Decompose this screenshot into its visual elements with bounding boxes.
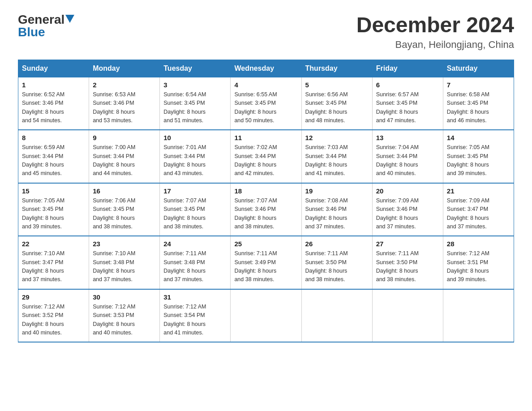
calendar-title: December 2024 <box>356 13 514 37</box>
calendar-day-cell: 4 Sunrise: 6:55 AM Sunset: 3:45 PM Dayli… <box>231 77 301 130</box>
day-info: Sunrise: 7:06 AM Sunset: 3:45 PM Dayligh… <box>93 197 156 231</box>
day-info: Sunrise: 6:59 AM Sunset: 3:44 PM Dayligh… <box>22 143 85 178</box>
calendar-day-cell: 18 Sunrise: 7:07 AM Sunset: 3:46 PM Dayl… <box>231 183 301 236</box>
calendar-day-cell: 24 Sunrise: 7:11 AM Sunset: 3:48 PM Dayl… <box>160 236 231 289</box>
day-info: Sunrise: 7:10 AM Sunset: 3:47 PM Dayligh… <box>22 249 85 284</box>
day-number: 27 <box>376 240 439 248</box>
day-info: Sunrise: 6:52 AM Sunset: 3:46 PM Dayligh… <box>22 90 85 125</box>
day-info: Sunrise: 7:11 AM Sunset: 3:50 PM Dayligh… <box>305 249 369 284</box>
day-info: Sunrise: 7:08 AM Sunset: 3:46 PM Dayligh… <box>305 197 369 231</box>
day-number: 10 <box>163 134 227 141</box>
calendar-day-cell: 1 Sunrise: 6:52 AM Sunset: 3:46 PM Dayli… <box>18 77 89 130</box>
calendar-day-cell: 11 Sunrise: 7:02 AM Sunset: 3:44 PM Dayl… <box>231 130 301 183</box>
day-info: Sunrise: 6:58 AM Sunset: 3:45 PM Dayligh… <box>447 90 510 125</box>
day-number: 24 <box>163 240 227 248</box>
day-number: 12 <box>305 134 369 141</box>
day-of-week-header: Tuesday <box>160 60 231 77</box>
calendar-day-cell: 10 Sunrise: 7:01 AM Sunset: 3:44 PM Dayl… <box>160 130 231 183</box>
calendar-week-row: 22 Sunrise: 7:10 AM Sunset: 3:47 PM Dayl… <box>18 236 514 289</box>
day-info: Sunrise: 7:03 AM Sunset: 3:44 PM Dayligh… <box>305 143 369 178</box>
logo-general-text: General <box>18 13 64 26</box>
logo-triangle-icon <box>65 15 74 23</box>
calendar-week-row: 8 Sunrise: 6:59 AM Sunset: 3:44 PM Dayli… <box>18 130 514 183</box>
calendar-day-cell: 12 Sunrise: 7:03 AM Sunset: 3:44 PM Dayl… <box>301 130 372 183</box>
day-of-week-header: Wednesday <box>231 60 301 77</box>
day-number: 20 <box>376 187 439 195</box>
calendar-week-row: 1 Sunrise: 6:52 AM Sunset: 3:46 PM Dayli… <box>18 77 514 130</box>
day-info: Sunrise: 7:11 AM Sunset: 3:50 PM Dayligh… <box>376 249 439 284</box>
day-number: 29 <box>22 293 85 301</box>
calendar-day-cell <box>301 289 372 342</box>
calendar-week-row: 29 Sunrise: 7:12 AM Sunset: 3:52 PM Dayl… <box>18 289 514 342</box>
day-number: 1 <box>22 81 85 89</box>
day-number: 5 <box>305 81 369 89</box>
day-number: 4 <box>234 81 297 89</box>
day-number: 3 <box>163 81 227 89</box>
calendar-day-cell: 16 Sunrise: 7:06 AM Sunset: 3:45 PM Dayl… <box>89 183 160 236</box>
calendar-day-cell: 27 Sunrise: 7:11 AM Sunset: 3:50 PM Dayl… <box>372 236 443 289</box>
calendar-day-cell: 22 Sunrise: 7:10 AM Sunset: 3:47 PM Dayl… <box>18 236 89 289</box>
calendar-day-cell <box>372 289 443 342</box>
day-info: Sunrise: 6:57 AM Sunset: 3:45 PM Dayligh… <box>376 90 439 125</box>
day-number: 19 <box>305 187 369 195</box>
day-number: 9 <box>93 134 156 141</box>
day-number: 31 <box>163 293 227 301</box>
calendar-day-cell: 29 Sunrise: 7:12 AM Sunset: 3:52 PM Dayl… <box>18 289 89 342</box>
day-number: 13 <box>376 134 439 141</box>
calendar-day-cell: 17 Sunrise: 7:07 AM Sunset: 3:45 PM Dayl… <box>160 183 231 236</box>
day-number: 16 <box>93 187 156 195</box>
day-info: Sunrise: 6:54 AM Sunset: 3:45 PM Dayligh… <box>163 90 227 125</box>
calendar-day-cell: 19 Sunrise: 7:08 AM Sunset: 3:46 PM Dayl… <box>301 183 372 236</box>
calendar-day-cell <box>443 289 514 342</box>
calendar-table: SundayMondayTuesdayWednesdayThursdayFrid… <box>18 60 514 343</box>
calendar-day-cell: 30 Sunrise: 7:12 AM Sunset: 3:53 PM Dayl… <box>89 289 160 342</box>
calendar-day-cell <box>231 289 301 342</box>
calendar-day-cell: 28 Sunrise: 7:12 AM Sunset: 3:51 PM Dayl… <box>443 236 514 289</box>
day-info: Sunrise: 7:05 AM Sunset: 3:45 PM Dayligh… <box>22 197 85 231</box>
calendar-day-cell: 2 Sunrise: 6:53 AM Sunset: 3:46 PM Dayli… <box>89 77 160 130</box>
calendar-day-cell: 14 Sunrise: 7:05 AM Sunset: 3:45 PM Dayl… <box>443 130 514 183</box>
day-info: Sunrise: 7:12 AM Sunset: 3:51 PM Dayligh… <box>447 249 510 284</box>
day-info: Sunrise: 7:01 AM Sunset: 3:44 PM Dayligh… <box>163 143 227 178</box>
svg-marker-0 <box>65 15 74 23</box>
calendar-header-row: SundayMondayTuesdayWednesdayThursdayFrid… <box>18 60 514 77</box>
day-of-week-header: Sunday <box>18 60 89 77</box>
day-number: 28 <box>447 240 510 248</box>
calendar-day-cell: 31 Sunrise: 7:12 AM Sunset: 3:54 PM Dayl… <box>160 289 231 342</box>
day-info: Sunrise: 6:56 AM Sunset: 3:45 PM Dayligh… <box>305 90 369 125</box>
calendar-day-cell: 8 Sunrise: 6:59 AM Sunset: 3:44 PM Dayli… <box>18 130 89 183</box>
day-info: Sunrise: 6:53 AM Sunset: 3:46 PM Dayligh… <box>93 90 156 125</box>
day-number: 30 <box>93 293 156 301</box>
day-number: 22 <box>22 240 85 248</box>
calendar-day-cell: 7 Sunrise: 6:58 AM Sunset: 3:45 PM Dayli… <box>443 77 514 130</box>
calendar-day-cell: 13 Sunrise: 7:04 AM Sunset: 3:44 PM Dayl… <box>372 130 443 183</box>
day-info: Sunrise: 7:11 AM Sunset: 3:49 PM Dayligh… <box>234 249 297 284</box>
day-info: Sunrise: 7:00 AM Sunset: 3:44 PM Dayligh… <box>93 143 156 178</box>
title-area: December 2024 Bayan, Heilongjiang, China <box>356 13 514 51</box>
day-info: Sunrise: 7:09 AM Sunset: 3:46 PM Dayligh… <box>376 197 439 231</box>
day-info: Sunrise: 7:09 AM Sunset: 3:47 PM Dayligh… <box>447 197 510 231</box>
calendar-day-cell: 26 Sunrise: 7:11 AM Sunset: 3:50 PM Dayl… <box>301 236 372 289</box>
day-number: 7 <box>447 81 510 89</box>
day-number: 17 <box>163 187 227 195</box>
calendar-day-cell: 6 Sunrise: 6:57 AM Sunset: 3:45 PM Dayli… <box>372 77 443 130</box>
day-info: Sunrise: 7:07 AM Sunset: 3:45 PM Dayligh… <box>163 197 227 231</box>
logo-blue-text: Blue <box>18 26 45 39</box>
day-of-week-header: Thursday <box>301 60 372 77</box>
calendar-day-cell: 20 Sunrise: 7:09 AM Sunset: 3:46 PM Dayl… <box>372 183 443 236</box>
day-number: 11 <box>234 134 297 141</box>
calendar-day-cell: 21 Sunrise: 7:09 AM Sunset: 3:47 PM Dayl… <box>443 183 514 236</box>
day-of-week-header: Friday <box>372 60 443 77</box>
day-info: Sunrise: 7:10 AM Sunset: 3:48 PM Dayligh… <box>93 249 156 284</box>
day-number: 21 <box>447 187 510 195</box>
day-number: 8 <box>22 134 85 141</box>
day-number: 23 <box>93 240 156 248</box>
page-header: General Blue December 2024 Bayan, Heilon… <box>18 13 514 51</box>
calendar-day-cell: 25 Sunrise: 7:11 AM Sunset: 3:49 PM Dayl… <box>231 236 301 289</box>
day-of-week-header: Monday <box>89 60 160 77</box>
day-info: Sunrise: 7:12 AM Sunset: 3:52 PM Dayligh… <box>22 303 85 338</box>
day-number: 6 <box>376 81 439 89</box>
calendar-day-cell: 9 Sunrise: 7:00 AM Sunset: 3:44 PM Dayli… <box>89 130 160 183</box>
day-number: 25 <box>234 240 297 248</box>
calendar-day-cell: 23 Sunrise: 7:10 AM Sunset: 3:48 PM Dayl… <box>89 236 160 289</box>
